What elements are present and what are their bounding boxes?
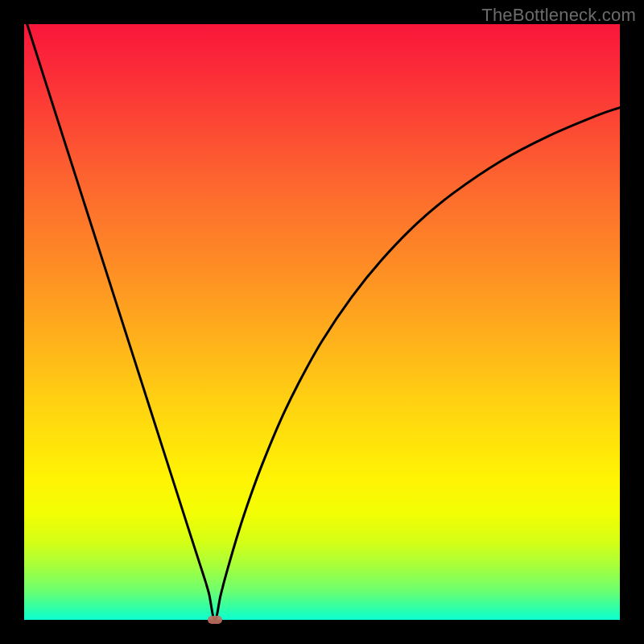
curve-svg	[24, 24, 620, 620]
bottleneck-curve	[27, 24, 620, 620]
minimum-marker	[208, 616, 222, 624]
watermark-text: TheBottleneck.com	[481, 5, 636, 26]
chart-frame: TheBottleneck.com	[0, 0, 644, 644]
plot-area	[24, 24, 620, 620]
